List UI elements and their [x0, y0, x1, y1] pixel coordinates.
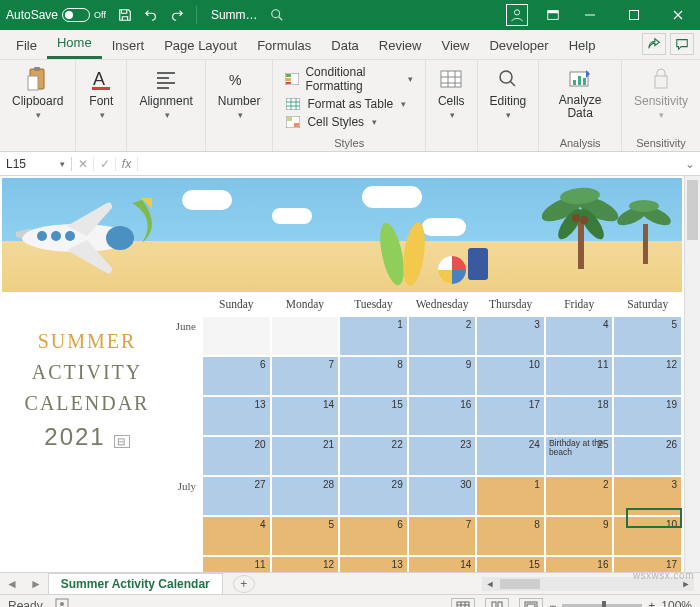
calendar-day-cell[interactable]: 20	[202, 436, 271, 476]
calendar-day-cell[interactable]: 29	[339, 476, 408, 516]
tab-data[interactable]: Data	[321, 32, 368, 59]
calendar-day-cell[interactable]: 19	[613, 396, 682, 436]
calendar-day-cell[interactable]	[271, 316, 340, 356]
calendar-day-cell[interactable]: 3	[613, 476, 682, 516]
calendar-day-cell[interactable]: 6	[339, 516, 408, 556]
tab-insert[interactable]: Insert	[102, 32, 155, 59]
calendar-day-cell[interactable]: 13	[202, 396, 271, 436]
worksheet-content[interactable]: SUMMER ACTIVITY CALENDAR 2021 ⊟ Sunday M…	[0, 176, 684, 572]
sheet-nav-prev[interactable]: ◄	[0, 577, 24, 591]
cells-button[interactable]: Cells ▾	[434, 64, 469, 122]
tab-view[interactable]: View	[431, 32, 479, 59]
calendar-day-cell[interactable]: 17	[476, 396, 545, 436]
expand-formula-icon[interactable]: ⌄	[680, 157, 700, 171]
calendar-day-cell[interactable]: 21	[271, 436, 340, 476]
calendar-day-cell[interactable]: 11	[202, 556, 271, 572]
calendar-day-cell[interactable]: 14	[408, 556, 477, 572]
editing-button[interactable]: Editing ▾	[486, 64, 531, 122]
calendar-day-cell[interactable]: 10	[613, 516, 682, 556]
calendar-day-cell[interactable]: 15	[339, 396, 408, 436]
calendar-day-cell[interactable]: 12	[613, 356, 682, 396]
enter-icon[interactable]: ✓	[94, 157, 116, 171]
calendar-day-cell[interactable]: 9	[545, 516, 614, 556]
zoom-in-button[interactable]: +	[648, 599, 655, 608]
cell-styles-button[interactable]: Cell Styles▾	[281, 114, 416, 130]
calendar-day-cell[interactable]: 13	[339, 556, 408, 572]
calendar-day-cell[interactable]: 2	[545, 476, 614, 516]
tab-developer[interactable]: Developer	[479, 32, 558, 59]
ribbon-display-icon[interactable]	[538, 0, 568, 30]
calendar-day-cell[interactable]: 22	[339, 436, 408, 476]
redo-icon[interactable]	[168, 6, 186, 24]
calendar-day-cell[interactable]: 15	[476, 556, 545, 572]
comments-icon[interactable]	[670, 33, 694, 55]
calendar-day-cell[interactable]: 16	[545, 556, 614, 572]
calendar-day-cell[interactable]: 4	[545, 316, 614, 356]
calendar-day-cell[interactable]: 12	[271, 556, 340, 572]
calendar-day-cell[interactable]: 5	[613, 316, 682, 356]
calendar-day-cell[interactable]: 3	[476, 316, 545, 356]
undo-icon[interactable]	[142, 6, 160, 24]
calendar-day-cell[interactable]: 10	[476, 356, 545, 396]
sensitivity-button[interactable]: Sensitivity ▾	[630, 64, 692, 122]
autosave-toggle[interactable]: AutoSave Off	[0, 8, 112, 22]
add-sheet-button[interactable]: +	[233, 575, 255, 593]
tab-file[interactable]: File	[6, 32, 47, 59]
calendar-day-cell[interactable]: 6	[202, 356, 271, 396]
view-page-layout-icon[interactable]	[485, 598, 509, 608]
tab-review[interactable]: Review	[369, 32, 432, 59]
calendar-day-cell[interactable]: 23	[408, 436, 477, 476]
zoom-out-button[interactable]: −	[549, 599, 556, 608]
view-normal-icon[interactable]	[451, 598, 475, 608]
calendar-day-cell[interactable]: 1	[476, 476, 545, 516]
calendar-day-cell[interactable]	[202, 316, 271, 356]
alignment-button[interactable]: Alignment ▾	[135, 64, 196, 122]
macro-record-icon[interactable]	[55, 598, 69, 607]
calendar-day-cell[interactable]: 26	[613, 436, 682, 476]
calendar-day-cell[interactable]: 18	[545, 396, 614, 436]
calendar-day-cell[interactable]: 24	[476, 436, 545, 476]
fx-button[interactable]: fx	[116, 157, 138, 171]
calendar-day-cell[interactable]: 8	[476, 516, 545, 556]
clipboard-button[interactable]: Clipboard ▾	[8, 64, 67, 122]
calendar-day-cell[interactable]: 2	[408, 316, 477, 356]
calendar-day-cell[interactable]: 27	[202, 476, 271, 516]
font-button[interactable]: A Font ▾	[84, 64, 118, 122]
calendar-day-cell[interactable]: 7	[408, 516, 477, 556]
calendar-day-cell[interactable]: 28	[271, 476, 340, 516]
calendar-day-cell[interactable]: 25Birthday at the beach	[545, 436, 614, 476]
calendar-day-cell[interactable]: 9	[408, 356, 477, 396]
calendar-day-cell[interactable]: 14	[271, 396, 340, 436]
calendar-day-cell[interactable]: 7	[271, 356, 340, 396]
sheet-tab[interactable]: Summer Activity Calendar	[48, 573, 223, 594]
analyze-data-button[interactable]: Analyze Data	[547, 64, 613, 122]
maximize-button[interactable]	[612, 0, 656, 30]
calendar-day-cell[interactable]: 16	[408, 396, 477, 436]
zoom-level[interactable]: 100%	[661, 599, 692, 608]
save-icon[interactable]	[116, 6, 134, 24]
view-page-break-icon[interactable]	[519, 598, 543, 608]
tab-help[interactable]: Help	[559, 32, 606, 59]
conditional-formatting-button[interactable]: Conditional Formatting▾	[281, 64, 416, 94]
calendar-day-cell[interactable]: 4	[202, 516, 271, 556]
close-button[interactable]	[656, 0, 700, 30]
calendar-day-cell[interactable]: 5	[271, 516, 340, 556]
minimize-button[interactable]	[568, 0, 612, 30]
number-button[interactable]: % Number ▾	[214, 64, 265, 122]
tab-home[interactable]: Home	[47, 29, 102, 59]
search-icon[interactable]	[268, 6, 286, 24]
cancel-icon[interactable]: ✕	[72, 157, 94, 171]
account-icon[interactable]	[506, 4, 528, 26]
tab-page-layout[interactable]: Page Layout	[154, 32, 247, 59]
autosave-switch[interactable]	[62, 8, 90, 22]
tab-formulas[interactable]: Formulas	[247, 32, 321, 59]
calendar-day-cell[interactable]: 30	[408, 476, 477, 516]
vertical-scrollbar[interactable]	[684, 176, 700, 572]
zoom-slider[interactable]	[562, 604, 642, 608]
calendar-day-cell[interactable]: 8	[339, 356, 408, 396]
name-box[interactable]: L15▾	[0, 157, 72, 171]
format-as-table-button[interactable]: Format as Table▾	[281, 96, 416, 112]
calendar-day-cell[interactable]: 11	[545, 356, 614, 396]
share-icon[interactable]	[642, 33, 666, 55]
calendar-day-cell[interactable]: 1	[339, 316, 408, 356]
